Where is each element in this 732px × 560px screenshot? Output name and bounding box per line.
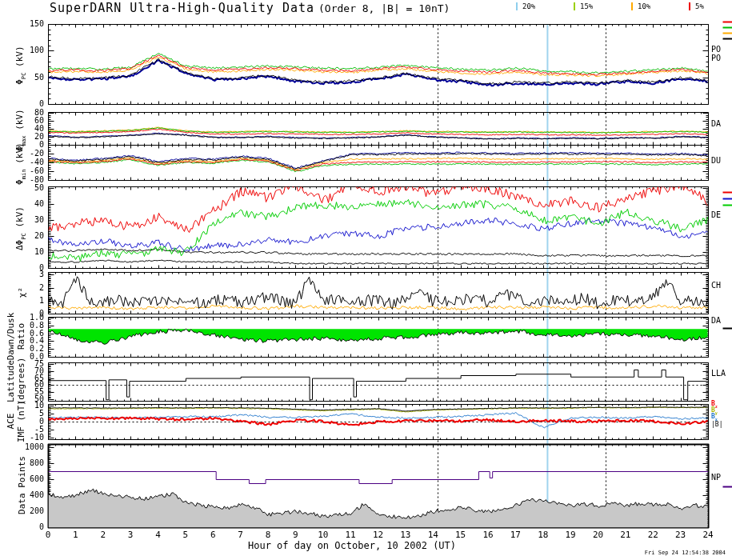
right-panel-label: NP — [711, 474, 721, 482]
x-tick-label: 4 — [150, 530, 167, 540]
legend-label: 5% — [695, 2, 704, 10]
right-panel-label: DU — [711, 157, 721, 165]
y-axis-title: ACE — [6, 374, 15, 470]
right-panel-label: CH — [711, 282, 721, 290]
legend-swatch — [689, 2, 690, 10]
x-tick-label: 14 — [424, 530, 442, 540]
x-tick-label: 18 — [534, 530, 552, 540]
right-panel-label: |B| — [711, 421, 722, 429]
x-tick-label: 2 — [94, 530, 112, 540]
x-tick-label: 22 — [644, 530, 662, 540]
generation-timestamp: Fri Sep 24 12:54:38 2004 — [645, 550, 726, 556]
x-tick-label: 10 — [314, 530, 332, 540]
x-tick-label: 1 — [66, 530, 84, 540]
right-panel-label: PO — [711, 46, 721, 54]
plot-subtitle: (Order 8, |B| = 10nT) — [318, 2, 450, 14]
x-tick-label: 21 — [617, 530, 634, 540]
legend-label: 15% — [580, 2, 593, 10]
x-tick-label: 20 — [590, 530, 607, 540]
x-tick-label: 17 — [506, 530, 524, 540]
legend-swatch — [631, 2, 633, 10]
x-tick-label: 0 — [39, 530, 57, 540]
x-tick-label: 16 — [479, 530, 497, 540]
right-panel-label: DA — [711, 317, 721, 325]
x-tick-label: 19 — [562, 530, 579, 540]
superdarn-figure: SuperDARN Ultra-High-Quality Data (Order… — [0, 0, 732, 560]
page-title: SuperDARN Ultra-High-Quality Data — [50, 1, 314, 15]
legend-swatch — [574, 2, 575, 10]
x-tick-label: 6 — [204, 530, 222, 540]
x-tick-label: 13 — [397, 530, 414, 540]
x-tick-label: 12 — [370, 530, 387, 540]
plot-canvas — [0, 0, 732, 560]
x-tick-label: 9 — [286, 530, 304, 540]
x-tick-label: 8 — [259, 530, 277, 540]
x-tick-label: 7 — [232, 530, 250, 540]
x-tick-label: 3 — [122, 530, 139, 540]
right-panel-label: DA — [711, 120, 721, 128]
x-axis-title: Hour of day on October, 10 2002 (UT) — [192, 540, 512, 551]
right-panel-label: DE — [711, 211, 721, 219]
right-panel-label: PO — [711, 54, 721, 62]
legend-swatch — [516, 2, 518, 10]
x-tick-label: 24 — [699, 530, 717, 540]
x-tick-label: 15 — [452, 530, 470, 540]
legend-label: 20% — [522, 2, 535, 10]
x-tick-label: 23 — [672, 530, 690, 540]
x-tick-label: 11 — [342, 530, 359, 540]
legend-label: 10% — [638, 2, 650, 10]
right-panel-label: LLA — [711, 370, 726, 378]
x-tick-label: 5 — [177, 530, 194, 540]
y-axis-title: Data Points — [18, 438, 26, 534]
